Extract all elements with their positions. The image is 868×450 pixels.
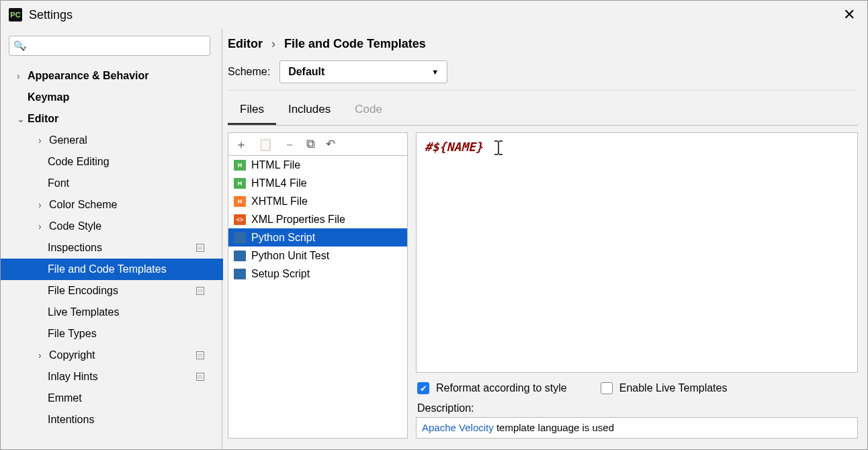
enable-live-templates-checkbox[interactable]: Enable Live Templates <box>601 382 728 394</box>
settings-window: PC Settings ✕ 🔍 ▾ ›Appearance & Behavior… <box>0 0 868 450</box>
copy-template-icon[interactable]: 📋 <box>258 137 273 152</box>
copy-icon[interactable]: ⧉ <box>306 137 315 151</box>
python-file-icon <box>234 269 246 279</box>
scope-badge-icon: ▭ <box>196 373 204 381</box>
scheme-select[interactable]: Default ▼ <box>279 60 447 83</box>
checkbox-unchecked-icon <box>601 382 613 394</box>
tree-inspections[interactable]: Inspections▭ <box>9 237 216 259</box>
scheme-row: Scheme: Default ▼ <box>228 60 858 91</box>
template-toolbar: ＋ 📋 － ⧉ ↶ <box>228 133 407 156</box>
template-editor[interactable]: #${NAME} <box>416 132 858 373</box>
tree-general[interactable]: ›General <box>9 130 216 151</box>
text-cursor-icon <box>494 140 503 155</box>
tree-font[interactable]: Font <box>9 173 216 194</box>
template-tabs: Files Includes Code <box>228 97 858 126</box>
tree-live-templates[interactable]: Live Templates <box>9 302 216 323</box>
description-rest: template language is used <box>494 422 614 433</box>
scheme-label: Scheme: <box>228 66 270 78</box>
template-item-html4[interactable]: HHTML4 File <box>228 174 407 192</box>
scope-badge-icon: ▭ <box>196 287 204 295</box>
tree-file-types[interactable]: File Types <box>9 323 216 345</box>
panes: ＋ 📋 － ⧉ ↶ HHTML File HHTML4 File HXHTML … <box>228 132 858 439</box>
breadcrumb: Editor › File and Code Templates <box>228 37 858 51</box>
tree-appearance[interactable]: ›Appearance & Behavior <box>9 65 216 87</box>
scope-badge-icon: ▭ <box>196 351 204 359</box>
tree-inlay-hints[interactable]: Inlay Hints▭ <box>9 366 216 388</box>
template-list-pane: ＋ 📋 － ⧉ ↶ HHTML File HHTML4 File HXHTML … <box>228 132 408 439</box>
options-row: ✔ Reformat according to style Enable Liv… <box>417 382 858 394</box>
editor-pane: #${NAME} ✔ Reformat according to style E… <box>416 132 858 439</box>
chevron-down-icon: ▼ <box>431 68 439 76</box>
tree-editor[interactable]: ⌄Editor <box>9 108 216 130</box>
chevron-right-icon: › <box>271 37 275 50</box>
template-list: HHTML File HHTML4 File HXHTML File <>XML… <box>228 156 407 283</box>
template-item-xml-properties[interactable]: <>XML Properties File <box>228 210 407 228</box>
template-item-setup-script[interactable]: Setup Script <box>228 265 407 283</box>
xhtml-file-icon: H <box>234 196 246 207</box>
tree-keymap[interactable]: Keymap <box>9 87 216 108</box>
reformat-checkbox[interactable]: ✔ Reformat according to style <box>417 382 567 394</box>
tree-file-encodings[interactable]: File Encodings▭ <box>9 280 216 302</box>
checkbox-checked-icon: ✔ <box>417 382 429 394</box>
template-item-python-script[interactable]: Python Script <box>228 228 407 246</box>
tree-file-code-templates[interactable]: File and Code Templates <box>1 259 223 280</box>
body: 🔍 ▾ ›Appearance & Behavior Keymap ⌄Edito… <box>1 29 867 449</box>
tree-code-editing[interactable]: Code Editing <box>9 151 216 173</box>
window-title: Settings <box>29 8 73 22</box>
template-item-html[interactable]: HHTML File <box>228 156 407 174</box>
search-input[interactable]: 🔍 ▾ <box>9 36 210 56</box>
template-item-python-unit-test[interactable]: Python Unit Test <box>228 246 407 265</box>
breadcrumb-parent[interactable]: Editor <box>228 37 263 50</box>
scope-badge-icon: ▭ <box>196 244 204 252</box>
titlebar: PC Settings ✕ <box>1 1 867 29</box>
editor-content: #${NAME} <box>425 140 483 154</box>
xml-file-icon: <> <box>234 214 246 225</box>
close-icon[interactable]: ✕ <box>839 6 859 24</box>
remove-icon[interactable]: － <box>284 136 296 152</box>
python-file-icon <box>234 232 246 243</box>
tree-color-scheme[interactable]: ›Color Scheme <box>9 194 216 216</box>
description-label: Description: <box>417 402 858 414</box>
settings-tree: ›Appearance & Behavior Keymap ⌄Editor ›G… <box>9 65 216 431</box>
html-file-icon: H <box>234 178 246 189</box>
add-icon[interactable]: ＋ <box>235 136 247 152</box>
template-item-xhtml[interactable]: HXHTML File <box>228 192 407 210</box>
tree-intentions[interactable]: Intentions <box>9 409 216 431</box>
main-panel: Editor › File and Code Templates Scheme:… <box>222 29 867 449</box>
tree-emmet[interactable]: Emmet <box>9 388 216 409</box>
tree-copyright[interactable]: ›Copyright▭ <box>9 345 216 366</box>
tab-includes[interactable]: Includes <box>276 97 343 125</box>
apache-velocity-link[interactable]: Apache Velocity <box>422 422 494 433</box>
tab-files[interactable]: Files <box>228 97 276 125</box>
tab-code[interactable]: Code <box>343 97 394 125</box>
scheme-value: Default <box>288 66 324 78</box>
app-icon: PC <box>9 8 22 21</box>
chevron-down-icon: ▾ <box>24 44 27 51</box>
description-box: Apache Velocity template language is use… <box>416 417 858 439</box>
breadcrumb-current: File and Code Templates <box>284 37 426 50</box>
undo-icon[interactable]: ↶ <box>326 137 335 151</box>
tree-code-style[interactable]: ›Code Style <box>9 216 216 237</box>
html-file-icon: H <box>234 160 246 171</box>
python-file-icon <box>234 251 246 261</box>
sidebar: 🔍 ▾ ›Appearance & Behavior Keymap ⌄Edito… <box>1 29 222 449</box>
